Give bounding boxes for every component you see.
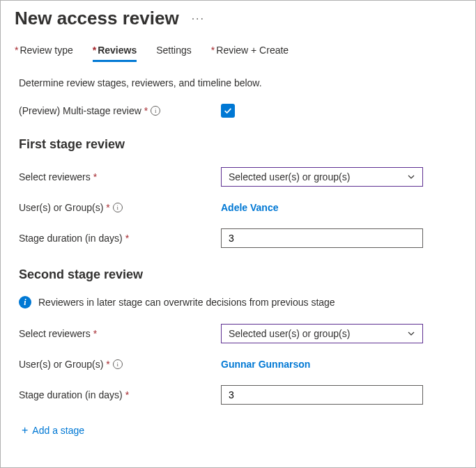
page-description: Determine review stages, reviewers, and … — [1, 62, 475, 88]
plus-icon: + — [22, 424, 28, 437]
stage1-select-reviewers-label: Select reviewers — [19, 171, 91, 182]
stage1-duration-label: Stage duration (in days) — [19, 233, 123, 244]
stage2-duration-label: Stage duration (in days) — [19, 389, 123, 400]
tab-settings[interactable]: Settings — [156, 45, 192, 62]
second-stage-heading: Second stage review — [1, 248, 475, 282]
chevron-down-icon — [407, 329, 415, 338]
stage2-select-reviewers-value: Selected user(s) or group(s) — [229, 328, 350, 339]
required-marker: * — [144, 105, 148, 116]
stage1-duration-input[interactable] — [221, 228, 423, 248]
required-marker: * — [106, 359, 109, 370]
info-icon[interactable]: i — [151, 106, 160, 116]
tab-review-create-label: Review + Create — [216, 45, 289, 56]
stage2-duration-input[interactable] — [221, 385, 423, 405]
more-icon[interactable]: ··· — [192, 13, 205, 25]
info-icon[interactable]: i — [113, 359, 123, 369]
required-marker: * — [93, 171, 97, 182]
required-marker: * — [106, 202, 109, 213]
tab-reviews-label: Reviews — [98, 45, 137, 56]
stage1-users-groups-link[interactable]: Adele Vance — [221, 202, 279, 213]
multi-stage-label: (Preview) Multi-stage review — [19, 105, 141, 116]
add-stage-label: Add a stage — [32, 425, 84, 436]
required-marker: * — [125, 233, 129, 244]
stage1-select-reviewers-dropdown[interactable]: Selected user(s) or group(s) — [221, 167, 423, 187]
required-marker: * — [125, 389, 129, 400]
stage2-select-reviewers-dropdown[interactable]: Selected user(s) or group(s) — [221, 324, 423, 343]
info-solid-icon: i — [19, 296, 31, 309]
chevron-down-icon — [407, 173, 415, 181]
add-stage-button[interactable]: + Add a stage — [1, 405, 475, 444]
tab-review-type-label: Review type — [20, 45, 72, 56]
stage2-users-groups-link[interactable]: Gunnar Gunnarson — [221, 359, 310, 370]
stage1-select-reviewers-value: Selected user(s) or group(s) — [229, 171, 350, 182]
tab-settings-label: Settings — [156, 45, 192, 56]
check-icon — [223, 106, 233, 116]
stage1-users-groups-label: User(s) or Group(s) — [19, 202, 103, 213]
required-marker: * — [93, 328, 97, 339]
tab-review-type[interactable]: *Review type — [15, 45, 73, 62]
info-icon[interactable]: i — [113, 203, 123, 212]
first-stage-heading: First stage review — [1, 118, 475, 152]
tab-bar: *Review type *Reviews Settings *Review +… — [1, 29, 475, 62]
multi-stage-checkbox[interactable] — [221, 104, 235, 118]
tab-reviews[interactable]: *Reviews — [93, 45, 137, 62]
tab-review-create[interactable]: *Review + Create — [211, 45, 289, 62]
page-title: New access review — [15, 8, 179, 29]
stage2-banner-text: Reviewers in later stage can overwrite d… — [38, 297, 335, 308]
stage2-select-reviewers-label: Select reviewers — [19, 328, 91, 339]
stage2-users-groups-label: User(s) or Group(s) — [19, 359, 103, 370]
